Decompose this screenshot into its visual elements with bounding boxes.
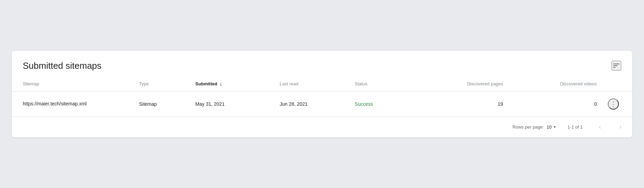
cell-menu: ⋮ [602, 91, 632, 116]
cell-submitted: May 31, 2021 [190, 91, 274, 116]
cell-type: Sitemap [133, 91, 190, 116]
table-header: Sitemap Type Submitted ↓ Last read [12, 77, 632, 92]
col-header-videos: Discovered videos [509, 77, 602, 92]
cell-sitemap: https://maier.tech/sitemap.xml [12, 91, 133, 116]
cell-pages: 19 [415, 91, 509, 116]
filter-button[interactable] [612, 61, 621, 70]
page-title: Submitted sitemaps [23, 60, 101, 71]
col-header-status: Status [349, 77, 415, 92]
col-header-lastread: Last read [274, 77, 349, 92]
submitted-sitemaps-card: Submitted sitemaps Sitemap Type S [12, 51, 632, 138]
rows-dropdown-arrow-icon: ▼ [553, 125, 556, 129]
rows-per-page-container: Rows per page: 10 ▼ [512, 124, 556, 130]
table-footer: Rows per page: 10 ▼ 1-1 of 1 ‹ › [12, 116, 632, 138]
col-header-pages: Discovered pages [415, 77, 509, 92]
card-header: Submitted sitemaps [12, 51, 632, 77]
rows-per-page-value: 10 [547, 124, 552, 130]
cell-status: Success [349, 91, 415, 116]
col-header-submitted[interactable]: Submitted ↓ [190, 77, 274, 92]
cell-videos: 0 [509, 91, 602, 116]
prev-page-button[interactable]: ‹ [594, 121, 606, 133]
sort-arrow-icon: ↓ [219, 81, 222, 87]
status-badge: Success [355, 101, 373, 107]
next-page-button[interactable]: › [614, 121, 627, 133]
chevron-left-icon: ‹ [599, 123, 601, 131]
table-row: https://maier.tech/sitemap.xml Sitemap M… [12, 91, 632, 116]
col-header-menu [602, 77, 632, 92]
col-header-type: Type [133, 77, 190, 92]
row-menu-button[interactable]: ⋮ [608, 98, 619, 110]
col-header-sitemap: Sitemap [12, 77, 133, 92]
cell-lastread: Jun 28, 2021 [274, 91, 349, 116]
table-container: Sitemap Type Submitted ↓ Last read [12, 77, 632, 116]
sitemaps-table: Sitemap Type Submitted ↓ Last read [12, 77, 632, 116]
page-info: 1-1 of 1 [567, 124, 583, 130]
chevron-right-icon: › [620, 123, 622, 131]
rows-per-page-selector[interactable]: 10 ▼ [547, 124, 556, 130]
rows-per-page-label: Rows per page: [512, 124, 544, 130]
table-body: https://maier.tech/sitemap.xml Sitemap M… [12, 91, 632, 116]
